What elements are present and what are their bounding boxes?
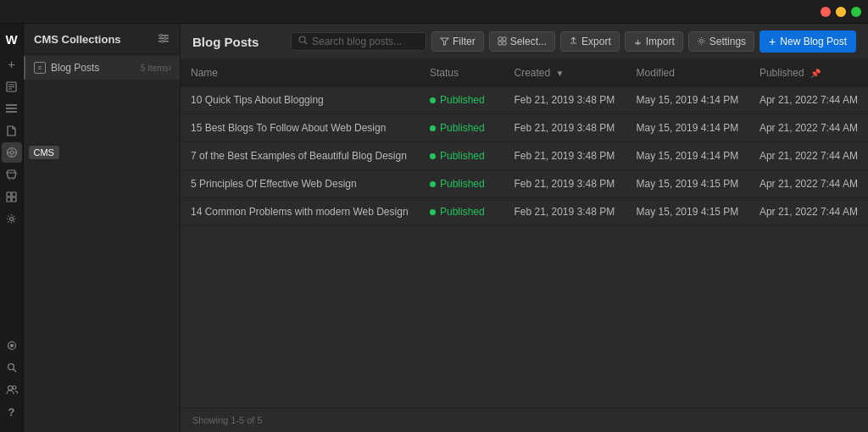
- status-text-0: Published: [440, 94, 485, 106]
- svg-point-38: [699, 39, 703, 42]
- col-header-status: Status: [420, 60, 504, 86]
- blog-posts-arrow: ›: [169, 64, 171, 73]
- table-row[interactable]: 15 Best Blogs To Follow About Web Design…: [181, 114, 868, 142]
- pin-icon: 📌: [810, 69, 821, 78]
- status-dot-0: [430, 97, 436, 103]
- blog-posts-label: Blog Posts: [51, 62, 137, 74]
- table-footer: Showing 1-5 of 5: [181, 407, 868, 432]
- pages-icon[interactable]: [2, 76, 22, 97]
- filter-label: Filter: [453, 36, 476, 47]
- cell-published-1: Apr 21, 2022 7:44 AM: [749, 114, 868, 142]
- status-badge-0: Published: [430, 94, 493, 106]
- svg-point-13: [9, 178, 11, 180]
- cell-created-4: Feb 21, 2019 3:48 PM: [504, 198, 626, 226]
- cell-published-0: Apr 21, 2022 7:44 AM: [749, 86, 868, 114]
- help-icon[interactable]: ?: [2, 402, 22, 422]
- cell-created-3: Feb 21, 2019 3:48 PM: [504, 170, 626, 198]
- new-blog-post-button[interactable]: + New Blog Post: [760, 30, 856, 53]
- title-bar: [0, 0, 868, 24]
- filter-button[interactable]: Filter: [431, 31, 484, 52]
- cms-panel-header: CMS Collections: [24, 24, 180, 54]
- cell-modified-1: May 15, 2019 4:14 PM: [626, 114, 749, 142]
- svg-point-32: [299, 36, 305, 42]
- content-area: Blog Posts: [181, 24, 868, 432]
- settings-button[interactable]: Settings: [688, 31, 754, 52]
- maximize-button[interactable]: [851, 7, 861, 17]
- file-icon[interactable]: [2, 120, 22, 141]
- sort-arrow-created: ▼: [556, 69, 565, 78]
- blog-posts-table: Name Status Created ▼ Modified Published…: [181, 60, 868, 226]
- cell-status-4: Published: [420, 198, 504, 226]
- record-icon[interactable]: [2, 335, 22, 356]
- logo-icon: W: [2, 29, 22, 49]
- main-layout: W +: [0, 24, 868, 432]
- status-text-4: Published: [440, 206, 485, 218]
- cell-name-3: 5 Principles Of Effective Web Design: [181, 170, 420, 198]
- svg-point-8: [10, 151, 14, 154]
- search-input[interactable]: [312, 36, 419, 47]
- svg-point-29: [160, 34, 163, 36]
- svg-point-30: [164, 37, 167, 40]
- table-row[interactable]: 10 Quick Tips About Blogging Published F…: [181, 86, 868, 114]
- cms-settings-icon[interactable]: [158, 32, 170, 47]
- svg-rect-16: [12, 192, 16, 197]
- table-header-row: Name Status Created ▼ Modified Published…: [181, 60, 868, 86]
- svg-rect-36: [498, 42, 502, 45]
- cms-nav-blog-posts[interactable]: ≡ Blog Posts 5 Items ›: [24, 56, 180, 80]
- close-button[interactable]: [821, 7, 831, 17]
- minimize-button[interactable]: [836, 7, 846, 17]
- svg-rect-35: [503, 37, 506, 41]
- cms-icon[interactable]: CMS: [2, 142, 22, 163]
- status-badge-4: Published: [430, 206, 493, 218]
- search-bottom-icon[interactable]: [2, 357, 22, 378]
- cell-modified-2: May 15, 2019 4:14 PM: [626, 142, 749, 170]
- export-button[interactable]: Export: [560, 31, 620, 52]
- settings-label: Settings: [709, 36, 746, 47]
- status-dot-2: [430, 153, 436, 159]
- svg-rect-34: [498, 37, 502, 41]
- search-box[interactable]: [291, 32, 426, 51]
- status-text-1: Published: [440, 122, 485, 134]
- select-button[interactable]: Select...: [489, 31, 555, 52]
- status-badge-2: Published: [430, 150, 493, 162]
- cell-published-4: Apr 21, 2022 7:44 AM: [749, 198, 868, 226]
- new-btn-plus: +: [769, 35, 776, 48]
- cell-status-3: Published: [420, 170, 504, 198]
- select-icon: [498, 36, 507, 47]
- cell-name-2: 7 of the Best Examples of Beautiful Blog…: [181, 142, 420, 170]
- settings-btn-icon: [697, 36, 706, 47]
- cell-name-0: 10 Quick Tips About Blogging: [181, 86, 420, 114]
- table-row[interactable]: 14 Common Problems with modern Web Desig…: [181, 198, 868, 226]
- blog-posts-count: 5 Items: [141, 64, 169, 73]
- filter-icon: [440, 36, 449, 47]
- icon-sidebar: W +: [0, 24, 24, 432]
- users-icon[interactable]: [2, 379, 22, 400]
- search-icon: [298, 36, 308, 47]
- svg-point-24: [8, 386, 12, 390]
- sidebar-bottom: ?: [2, 335, 22, 427]
- add-icon[interactable]: +: [2, 54, 22, 75]
- settings-icon[interactable]: [2, 208, 22, 229]
- col-header-published: Published 📌: [749, 60, 868, 86]
- col-header-created[interactable]: Created ▼: [504, 60, 626, 86]
- import-label: Import: [646, 36, 675, 47]
- menu-icon[interactable]: [2, 98, 22, 119]
- cell-created-1: Feb 21, 2019 3:48 PM: [504, 114, 626, 142]
- status-dot-3: [430, 181, 436, 187]
- svg-rect-37: [503, 42, 506, 45]
- table-row[interactable]: 5 Principles Of Effective Web Design Pub…: [181, 170, 868, 198]
- import-button[interactable]: Import: [625, 31, 683, 52]
- table-body: 10 Quick Tips About Blogging Published F…: [181, 86, 868, 226]
- cell-modified-3: May 15, 2019 4:15 PM: [626, 170, 749, 198]
- svg-rect-18: [12, 197, 16, 202]
- table-row[interactable]: 7 of the Best Examples of Beautiful Blog…: [181, 142, 868, 170]
- status-dot-1: [430, 125, 436, 131]
- store-icon[interactable]: [2, 164, 22, 185]
- showing-label: Showing 1-5 of 5: [192, 415, 263, 425]
- new-blog-post-label: New Blog Post: [780, 36, 847, 47]
- cell-created-0: Feb 21, 2019 3:48 PM: [504, 86, 626, 114]
- svg-point-19: [10, 217, 14, 220]
- status-text-3: Published: [440, 178, 485, 190]
- svg-point-22: [8, 364, 14, 370]
- apps-icon[interactable]: [2, 186, 22, 207]
